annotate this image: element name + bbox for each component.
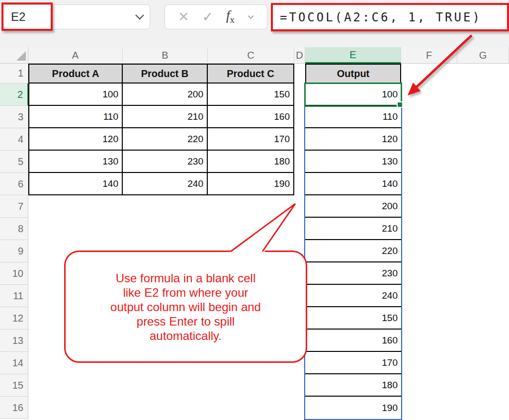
row-header-8[interactable]: 8 [0, 218, 28, 240]
name-box-value[interactable]: E2 [3, 10, 130, 24]
formula-action-group: ✕ ✓ fx [165, 4, 267, 29]
row-header-6[interactable]: 6 [0, 173, 28, 195]
cell-C3[interactable]: 160 [208, 106, 294, 128]
cell-C5[interactable]: 180 [208, 151, 294, 173]
row-header-3[interactable]: 3 [0, 106, 28, 128]
row-header-9[interactable]: 9 [0, 240, 28, 262]
col-header-C[interactable]: C [208, 47, 294, 64]
row-header-7[interactable]: 7 [0, 195, 28, 218]
cell-B3[interactable]: 210 [123, 106, 208, 128]
row-header-14[interactable]: 14 [0, 352, 28, 374]
cell-A2[interactable]: 100 [28, 84, 123, 106]
insert-function-icon[interactable]: fx [226, 8, 235, 25]
cell-A4[interactable]: 120 [28, 128, 123, 151]
cell-E10[interactable]: 230 [305, 262, 401, 285]
cell-A3[interactable]: 110 [28, 106, 123, 128]
col-header-G[interactable]: G [457, 47, 509, 64]
row-header-15[interactable]: 15 [0, 374, 28, 397]
cancel-icon[interactable]: ✕ [178, 9, 189, 25]
cell-B5[interactable]: 230 [123, 151, 208, 173]
cell-B2[interactable]: 200 [123, 84, 208, 106]
cell-E14[interactable]: 170 [305, 352, 401, 374]
cell-E1[interactable]: Output [305, 64, 401, 84]
col-header-A[interactable]: A [28, 47, 123, 64]
cell-E12[interactable]: 150 [305, 307, 401, 330]
cell-A6[interactable]: 140 [28, 173, 123, 195]
callout-text-line: like E2 from where your [123, 285, 248, 300]
row-header-2[interactable]: 2 [0, 84, 28, 106]
formula-input[interactable]: =TOCOL(A2:C6, 1, TRUE) [273, 10, 482, 24]
col-header-F[interactable]: F [401, 47, 457, 64]
cell-E15[interactable]: 180 [305, 374, 401, 397]
row-header-13[interactable]: 13 [0, 330, 28, 352]
cell-A1[interactable]: Product A [28, 64, 123, 84]
cell-B6[interactable]: 240 [123, 173, 208, 195]
cell-B1[interactable]: Product B [123, 64, 208, 84]
name-box[interactable]: E2 [3, 4, 150, 29]
row-header-10[interactable]: 10 [0, 262, 28, 285]
cell-E16[interactable]: 190 [305, 397, 401, 419]
annotation-callout: Use formula in a blank celllike E2 from … [64, 251, 307, 363]
cell-A5[interactable]: 130 [28, 151, 123, 173]
row-header-5[interactable]: 5 [0, 151, 28, 173]
enter-icon[interactable]: ✓ [202, 9, 214, 25]
cell-E8[interactable]: 210 [305, 218, 401, 240]
formula-bar-highlight: =TOCOL(A2:C6, 1, TRUE) [271, 3, 509, 31]
name-box-chevron-icon[interactable] [130, 14, 150, 20]
formula-toolbar: E2 ✕ ✓ fx =TOCOL(A2:C6, 1, TRUE) [0, 0, 509, 47]
row-header-4[interactable]: 4 [0, 128, 28, 151]
worksheet-grid: ABCDEFG12345678910111213141516Product AP… [0, 47, 509, 420]
cell-E6[interactable]: 140 [305, 173, 401, 195]
cell-E9[interactable]: 220 [305, 240, 401, 262]
cell-E4[interactable]: 120 [305, 128, 401, 151]
cell-E7[interactable]: 200 [305, 195, 401, 218]
cell-C4[interactable]: 170 [208, 128, 294, 151]
cell-E3[interactable]: 110 [305, 106, 401, 128]
row-header-11[interactable]: 11 [0, 285, 28, 307]
cell-E13[interactable]: 160 [305, 330, 401, 352]
fill-handle[interactable] [397, 101, 403, 108]
cell-E5[interactable]: 130 [305, 151, 401, 173]
col-header-B[interactable]: B [123, 47, 208, 64]
fx-chevron-icon[interactable] [248, 12, 254, 21]
callout-text-line: output column will begin and [110, 300, 261, 314]
select-all-button[interactable] [0, 47, 28, 64]
callout-text-line: press Enter to spill [137, 314, 235, 329]
select-all-triangle-icon [16, 51, 26, 61]
cell-B4[interactable]: 220 [123, 128, 208, 151]
cell-E11[interactable]: 240 [305, 285, 401, 307]
col-header-E[interactable]: E [305, 47, 401, 64]
row-header-16[interactable]: 16 [0, 397, 28, 419]
cell-C2[interactable]: 150 [208, 84, 294, 106]
col-header-D[interactable]: D [294, 47, 305, 64]
row-header-12[interactable]: 12 [0, 307, 28, 330]
row-header-1[interactable]: 1 [0, 64, 28, 84]
cell-E2[interactable]: 100 [305, 84, 401, 106]
cell-C6[interactable]: 190 [208, 173, 294, 195]
cell-C1[interactable]: Product C [208, 64, 294, 84]
callout-text-line: automatically. [150, 329, 222, 343]
callout-text-line: Use formula in a blank cell [116, 271, 255, 285]
excel-window: E2 ✕ ✓ fx =TOCOL(A2:C6, 1, TRUE) ABCDEFG… [0, 0, 509, 420]
